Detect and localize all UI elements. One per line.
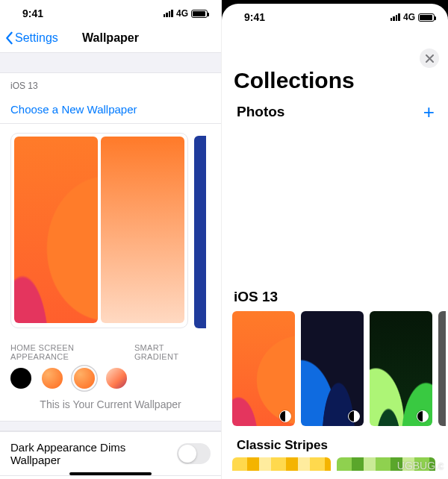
status-bar-right: 9:41 4G	[222, 4, 448, 31]
status-time: 9:41	[22, 7, 43, 19]
nav-bar: Settings Wallpaper	[0, 27, 221, 52]
dark-dims-row[interactable]: Dark Appearance Dims Wallpaper	[0, 431, 221, 476]
close-icon	[426, 54, 434, 63]
nav-title: Wallpaper	[82, 31, 139, 45]
signal-icon	[164, 10, 173, 17]
thumb-ios13-green[interactable]	[370, 311, 432, 426]
appearance-mode-icon	[279, 410, 291, 422]
close-button[interactable]	[420, 48, 439, 68]
stripe-thumb-green[interactable]	[337, 457, 435, 471]
ios13-thumb-row[interactable]	[222, 311, 448, 433]
photos-header[interactable]: Photos +	[222, 99, 448, 125]
dark-dims-label: Dark Appearance Dims Wallpaper	[10, 441, 177, 466]
swatch-orange[interactable]	[42, 368, 63, 389]
network-label: 4G	[176, 8, 188, 19]
photos-label: Photos	[237, 104, 284, 120]
wallpaper-preview-lock	[101, 137, 184, 323]
battery-icon-right	[418, 13, 435, 22]
wallpaper-preview-next[interactable]	[194, 136, 206, 328]
current-wallpaper-caption: This is Your Current Wallpaper	[0, 397, 221, 421]
status-time-right: 9:41	[244, 11, 265, 23]
choose-wallpaper-link[interactable]: Choose a New Wallpaper	[0, 96, 221, 124]
stripe-thumb-yellow[interactable]	[232, 457, 331, 471]
section-gap-2	[0, 421, 221, 431]
appearance-mode-icon	[417, 410, 429, 422]
appearance-labels: HOME SCREEN APPEARANCE SMART GRADIENT	[0, 333, 221, 367]
collections-title: Collections	[222, 31, 448, 99]
right-phone: 9:41 4G Collections Photos + iOS 13 Clas…	[222, 0, 448, 479]
ios13-collection-label: iOS 13	[222, 125, 448, 311]
thumb-ios13-orange[interactable]	[232, 311, 295, 426]
left-phone: 9:41 4G Settings Wallpaper iOS 13 Choose…	[0, 0, 222, 479]
appearance-label-home: HOME SCREEN APPEARANCE	[10, 343, 134, 361]
stripes-collection-label: Classic Stripes	[222, 433, 448, 457]
wallpaper-preview-area	[0, 124, 221, 333]
section-gap	[0, 52, 221, 73]
battery-icon	[191, 10, 208, 18]
wallpaper-preview-home	[14, 137, 98, 323]
thumb-next-peek[interactable]	[438, 311, 446, 426]
dark-dims-footnote: When Dark Appearance is On, iPhone will …	[0, 476, 221, 479]
appearance-mode-icon	[348, 410, 360, 422]
wallpaper-preview-card[interactable]	[10, 133, 188, 328]
stripes-thumb-row[interactable]	[222, 457, 448, 471]
back-button[interactable]: Settings	[4, 31, 58, 45]
swatch-black[interactable]	[10, 368, 31, 389]
back-label: Settings	[15, 31, 58, 45]
section-header-ios13: iOS 13	[0, 73, 221, 96]
swatch-row	[0, 367, 221, 397]
add-photo-button[interactable]: +	[423, 102, 435, 122]
appearance-label-smart: SMART GRADIENT	[134, 343, 211, 361]
collections-sheet: Collections Photos + iOS 13 Classic Stri…	[222, 31, 448, 479]
swatch-pink-gradient[interactable]	[106, 368, 127, 389]
network-label-right: 4G	[403, 12, 415, 22]
dark-dims-switch[interactable]	[177, 443, 211, 464]
home-indicator[interactable]	[69, 472, 152, 475]
swatch-orange-selected[interactable]	[73, 367, 96, 389]
signal-icon-right	[391, 13, 400, 21]
thumb-ios13-blue[interactable]	[301, 311, 364, 426]
status-bar: 9:41 4G	[0, 0, 221, 27]
chevron-left-icon	[4, 31, 13, 45]
